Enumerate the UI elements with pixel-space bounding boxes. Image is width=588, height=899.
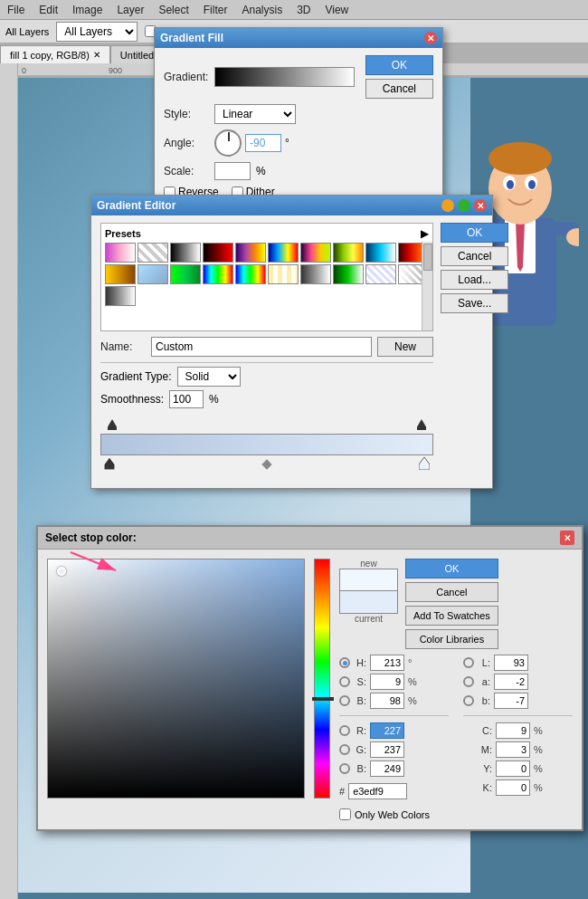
- gradient-editor-titlebar: Gradient Editor ✕: [91, 196, 492, 215]
- ge-cancel-btn[interactable]: Cancel: [441, 246, 508, 266]
- opacity-stop-left[interactable]: [108, 419, 117, 430]
- b2-input[interactable]: [370, 760, 404, 777]
- b2-label: B:: [354, 763, 366, 774]
- swatch-7[interactable]: [300, 243, 331, 263]
- color-picker-close-btn[interactable]: ✕: [560, 531, 574, 545]
- swatch-21[interactable]: [105, 286, 136, 306]
- color-stop-left[interactable]: [104, 457, 115, 470]
- swatch-3[interactable]: [170, 243, 201, 263]
- r-radio[interactable]: [339, 725, 350, 736]
- hue-slider[interactable]: [314, 559, 330, 799]
- swatch-2[interactable]: [138, 243, 168, 263]
- color-cancel-btn[interactable]: Cancel: [405, 582, 498, 602]
- menu-edit[interactable]: Edit: [39, 4, 58, 16]
- tab-fill-copy[interactable]: fill 1 copy, RGB/8) ✕: [0, 45, 110, 63]
- gradient-bar[interactable]: [100, 434, 433, 455]
- swatch-19[interactable]: [365, 264, 396, 284]
- swatch-15[interactable]: [235, 264, 266, 284]
- menu-image[interactable]: Image: [72, 4, 102, 16]
- gradient-preview[interactable]: [214, 67, 355, 87]
- menu-layer[interactable]: Layer: [117, 4, 144, 16]
- swatch-17[interactable]: [300, 264, 331, 284]
- hex-input[interactable]: [348, 783, 407, 799]
- menu-filter[interactable]: Filter: [204, 4, 228, 16]
- swatch-6[interactable]: [268, 243, 299, 263]
- b3-input[interactable]: [494, 693, 528, 709]
- h-input[interactable]: [370, 655, 404, 671]
- gradient-type-select[interactable]: Solid: [177, 367, 241, 387]
- g-input[interactable]: [370, 741, 404, 758]
- menu-select[interactable]: Select: [158, 4, 188, 16]
- r-input[interactable]: [370, 722, 404, 739]
- color-field[interactable]: [47, 559, 305, 799]
- svg-point-14: [528, 180, 536, 189]
- a-input[interactable]: [494, 674, 528, 690]
- l-radio[interactable]: [463, 657, 474, 668]
- swatch-9[interactable]: [365, 243, 396, 263]
- scale-input[interactable]: 49: [214, 162, 251, 180]
- y-input[interactable]: [496, 760, 530, 777]
- gradient-editor-maximize[interactable]: [458, 199, 470, 212]
- tab-fill-close[interactable]: ✕: [93, 50, 100, 60]
- swatch-12[interactable]: [138, 264, 168, 284]
- presets-expand-icon[interactable]: ▶: [421, 227, 429, 240]
- angle-input[interactable]: -90: [245, 134, 281, 152]
- swatch-14[interactable]: [203, 264, 233, 284]
- add-to-swatches-btn[interactable]: Add To Swatches: [405, 606, 498, 626]
- gradient-fill-cancel-btn[interactable]: Cancel: [365, 79, 433, 99]
- gradient-editor-minimize[interactable]: [441, 199, 454, 212]
- only-web-checkbox[interactable]: [339, 808, 351, 820]
- s-input[interactable]: [370, 674, 404, 690]
- menu-analysis[interactable]: Analysis: [242, 4, 282, 16]
- color-ok-btn[interactable]: OK: [405, 559, 498, 579]
- swatch-11[interactable]: [105, 264, 136, 284]
- h-row: H: °: [339, 655, 449, 671]
- b-input[interactable]: [370, 693, 404, 709]
- swatch-16[interactable]: [268, 264, 299, 284]
- preview-btn-row: new current OK Cancel Add To Swatches Co…: [339, 559, 573, 649]
- menu-3d[interactable]: 3D: [297, 4, 310, 16]
- scrollbar-thumb[interactable]: [423, 244, 432, 271]
- midpoint-diamond[interactable]: [261, 459, 271, 469]
- opacity-stop-right[interactable]: [417, 419, 426, 430]
- name-input[interactable]: [151, 337, 372, 357]
- presets-scrollbar[interactable]: [422, 242, 432, 330]
- swatch-8[interactable]: [333, 243, 364, 263]
- hex-label: #: [339, 786, 345, 797]
- swatch-1[interactable]: [105, 243, 136, 263]
- angle-dial[interactable]: [214, 129, 242, 157]
- new-btn[interactable]: New: [377, 337, 433, 357]
- l-input[interactable]: [494, 655, 528, 671]
- m-input[interactable]: [496, 741, 530, 758]
- b-radio[interactable]: [339, 695, 350, 706]
- h-radio[interactable]: [339, 657, 350, 668]
- ge-save-btn[interactable]: Save...: [441, 293, 508, 313]
- swatch-18[interactable]: [333, 264, 364, 284]
- menu-file[interactable]: File: [7, 4, 24, 16]
- color-stop-right[interactable]: [419, 457, 430, 470]
- b3-radio[interactable]: [463, 695, 474, 706]
- b-label: B:: [354, 695, 366, 706]
- style-select[interactable]: Linear: [214, 104, 296, 124]
- swatch-5[interactable]: [235, 243, 266, 263]
- ge-load-btn[interactable]: Load...: [441, 270, 508, 290]
- layers-select[interactable]: All Layers: [56, 22, 138, 42]
- gradient-fill-title: Gradient Fill: [160, 32, 223, 44]
- swatch-13[interactable]: [170, 264, 201, 284]
- k-input[interactable]: [496, 779, 530, 796]
- color-libraries-btn[interactable]: Color Libraries: [405, 629, 498, 649]
- color-right-panel: new current OK Cancel Add To Swatches Co…: [339, 559, 573, 820]
- gradient-fill-close-btn[interactable]: ✕: [424, 32, 437, 44]
- gradient-editor-close-btn[interactable]: ✕: [474, 199, 487, 212]
- ge-ok-btn[interactable]: OK: [441, 223, 508, 243]
- b2-radio[interactable]: [339, 763, 350, 774]
- g-radio[interactable]: [339, 744, 350, 755]
- swatch-4[interactable]: [203, 243, 233, 263]
- a-radio[interactable]: [463, 676, 474, 687]
- h-unit: °: [408, 657, 412, 668]
- s-radio[interactable]: [339, 676, 350, 687]
- menu-view[interactable]: View: [325, 4, 348, 16]
- smoothness-input[interactable]: [169, 390, 204, 408]
- gradient-fill-ok-btn[interactable]: OK: [365, 55, 433, 75]
- c-input[interactable]: [496, 722, 530, 739]
